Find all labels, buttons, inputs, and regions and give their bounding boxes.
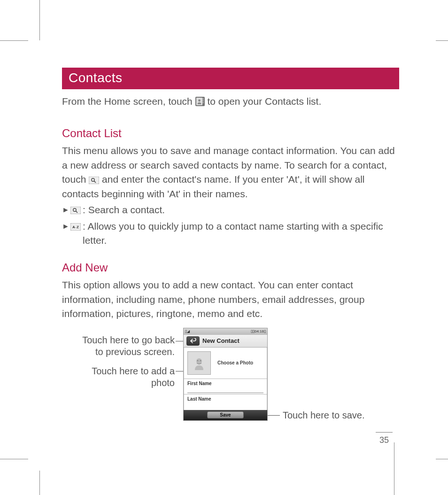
phone-mock: ▯◢ ▯▯04:18▯ New Contact <box>183 328 268 421</box>
contacts-app-icon <box>195 97 205 106</box>
callout-back: Touch here to go back to previous screen… <box>62 334 175 358</box>
callout-save-text: Touch here to save. <box>283 410 365 420</box>
bullet-az-text: : Allows you to quickly jump to a contac… <box>83 219 399 247</box>
add-new-heading: Add New <box>62 261 399 274</box>
phone-back-button[interactable] <box>186 336 200 346</box>
phone-status-right: ▯▯04:18▯ <box>251 329 266 333</box>
page-number: 35 <box>376 435 393 445</box>
page-number-block: 35 <box>376 432 393 445</box>
callout-photo-line1: Touch here to add a <box>62 365 175 377</box>
search-icon <box>89 177 99 184</box>
svg-rect-4 <box>202 100 203 101</box>
phone-save-bar: Save <box>184 410 267 420</box>
svg-rect-6 <box>89 177 99 184</box>
svg-rect-5 <box>202 102 203 103</box>
intro-paragraph: From the Home screen, touch to open your… <box>62 95 399 108</box>
page-number-rule <box>376 432 393 433</box>
phone-save-button-label: Save <box>220 412 231 418</box>
add-new-body: This option allows you to add a new cont… <box>62 278 399 321</box>
search-icon <box>70 203 83 217</box>
intro-text-before: From the Home screen, touch <box>62 96 193 107</box>
bullet-arrow-icon: ► <box>62 219 70 232</box>
section-title-bar: Contacts <box>62 68 399 89</box>
callout-photo-line2: photo <box>62 377 175 389</box>
phone-first-name-field[interactable]: First Name <box>184 379 267 394</box>
phone-photo-placeholder[interactable] <box>187 351 211 375</box>
page-content: Contacts From the Home screen, touch to … <box>62 68 399 425</box>
contact-list-body-after: and enter the contact's name. If you ent… <box>62 174 365 199</box>
svg-text:-: - <box>75 226 76 229</box>
az-jump-icon: A - Z <box>70 219 83 234</box>
phone-header-title: New Contact <box>202 337 239 344</box>
bullet-arrow-icon: ► <box>62 203 70 215</box>
callout-save-connector <box>268 415 280 416</box>
svg-rect-9 <box>70 207 81 214</box>
phone-last-name-field[interactable]: Last Name <box>184 394 267 402</box>
phone-last-name-label: Last Name <box>187 396 263 402</box>
callout-photo: Touch here to add a photo <box>62 365 175 389</box>
callout-back-line1: Touch here to go back <box>62 334 175 346</box>
bullet-az: ► A - Z : Allows you to quickly jump to … <box>62 219 399 247</box>
phone-status-left: ▯◢ <box>185 329 190 333</box>
phone-illustration-area: Touch here to go back to previous screen… <box>62 326 399 425</box>
phone-photo-row: Choose a Photo <box>184 348 267 379</box>
phone-choose-photo-label[interactable]: Choose a Photo <box>217 360 253 365</box>
svg-rect-3 <box>202 98 203 100</box>
contact-list-body: This menu allows you to save and manage … <box>62 144 399 201</box>
phone-first-name-input[interactable] <box>187 387 263 393</box>
section-title-text: Contacts <box>69 70 123 85</box>
bullet-search-text: : Search a contact. <box>83 203 399 217</box>
callout-save: Touch here to save. <box>283 410 395 421</box>
contact-list-heading: Contact List <box>62 127 399 140</box>
phone-status-bar: ▯◢ ▯▯04:18▯ <box>184 328 267 335</box>
intro-text-after: to open your Contacts list. <box>207 96 321 107</box>
phone-header: New Contact <box>184 335 267 348</box>
svg-point-18 <box>200 360 201 361</box>
phone-first-name-label: First Name <box>187 381 263 386</box>
svg-point-2 <box>198 100 201 102</box>
callout-back-line2: to previous screen. <box>62 346 175 358</box>
phone-save-button[interactable]: Save <box>207 411 243 418</box>
svg-point-17 <box>197 360 199 361</box>
svg-text:Z: Z <box>77 225 79 229</box>
bullet-search: ► : Search a contact. <box>62 203 399 217</box>
